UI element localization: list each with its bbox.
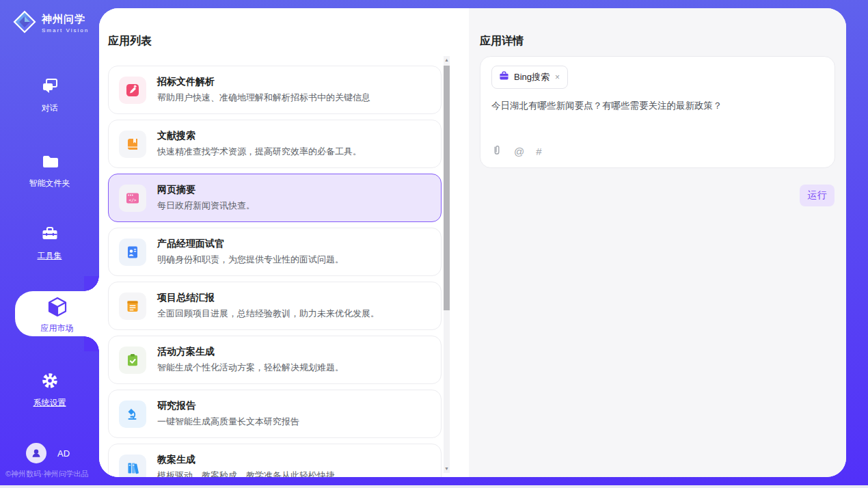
app-card-name: 招标文件解析	[157, 76, 370, 88]
app-card-research-report[interactable]: 研究报告 一键智能生成高质量长文本研究报告	[108, 390, 442, 438]
app-card-project-summary[interactable]: 项目总结汇报 全面回顾项目进展，总结经验教训，助力未来优化发展。	[108, 282, 442, 330]
app-card-desc: 帮助用户快速、准确地理解和解析招标书中的关键信息	[157, 92, 370, 104]
app-list-title: 应用列表	[108, 34, 152, 49]
scroll-down-icon[interactable]: ▼	[444, 465, 450, 473]
sidebar-item-smart-folder[interactable]: 智能文件夹	[0, 152, 99, 189]
app-detail-title: 应用详情	[480, 34, 524, 49]
app-card-desc: 一键智能生成高质量长文本研究报告	[157, 416, 299, 428]
main-content: 应用列表 招标文件解析 帮助用户快速、准确地理解和解析招标书中的关键信息	[99, 8, 846, 477]
app-card-desc: 智能生成个性化活动方案，轻松解决规划难题。	[157, 362, 344, 374]
app-card-tender-doc[interactable]: 招标文件解析 帮助用户快速、准确地理解和解析招标书中的关键信息	[108, 66, 442, 114]
app-card-name: 研究报告	[157, 400, 299, 412]
tender-doc-icon	[119, 77, 146, 104]
scrollbar-thumb[interactable]	[444, 66, 450, 310]
sidebar-item-label: 工具集	[0, 250, 99, 262]
app-card-desc: 每日政府新闻资讯快查。	[157, 200, 255, 212]
app-list-panel: 应用列表 招标文件解析 帮助用户快速、准确地理解和解析招标书中的关键信息	[99, 8, 469, 477]
app-card-desc: 全面回顾项目进展，总结经验教训，助力未来优化发展。	[157, 308, 379, 320]
sidebar-item-app-market[interactable]: 应用市场	[15, 291, 99, 336]
sidebar-item-chat[interactable]: 对话	[0, 77, 99, 114]
app-card-pm-interviewer[interactable]: 产品经理面试官 明确身份和职责，为您提供专业性的面试问题。	[108, 228, 442, 276]
briefcase-icon	[499, 71, 509, 83]
sidebar-item-settings[interactable]: 系统设置	[0, 371, 99, 409]
hash-icon[interactable]: #	[536, 146, 541, 157]
activity-plan-icon	[119, 347, 146, 374]
avatar	[26, 443, 46, 463]
logo-diamond-icon	[12, 10, 37, 37]
app-card-name: 产品经理面试官	[157, 238, 344, 250]
sidebar-item-label: 系统设置	[0, 397, 99, 409]
list-scrollbar[interactable]: ▲ ▼	[444, 56, 450, 473]
pm-interviewer-icon	[119, 239, 146, 266]
app-card-desc: 快速精准查找学术资源，提高研究效率的必备工具。	[157, 146, 362, 158]
app-name: 神州问学	[42, 13, 89, 26]
lesson-plan-icon	[119, 455, 146, 478]
cube-icon	[46, 309, 69, 321]
notch-curve-top	[84, 276, 99, 291]
paperclip-icon[interactable]	[491, 144, 502, 159]
notch-curve-bottom	[84, 336, 99, 351]
app-detail-panel: 应用详情 Bing搜索 × 今日湖北有哪些新闻要点？有哪些需要关注的最新政策？	[469, 8, 846, 477]
app-card-webpage-summary[interactable]: </> 网页摘要 每日政府新闻资讯快查。	[108, 174, 442, 222]
sidebar: 神州问学 Smart Vision 对话 智能文件夹	[0, 0, 99, 485]
toolbox-icon	[40, 234, 59, 245]
tool-tag-label: Bing搜索	[514, 71, 550, 83]
app-card-name: 网页摘要	[157, 184, 255, 196]
user-name: AD	[57, 448, 70, 459]
webpage-summary-icon: </>	[119, 185, 146, 212]
tool-tag-bing-search[interactable]: Bing搜索 ×	[491, 66, 568, 89]
query-text[interactable]: 今日湖北有哪些新闻要点？有哪些需要关注的最新政策？	[491, 99, 819, 112]
svg-text:</>: </>	[128, 197, 136, 202]
project-summary-icon	[119, 293, 146, 320]
sidebar-item-label: 智能文件夹	[0, 178, 99, 189]
app-card-name: 活动方案生成	[157, 346, 344, 358]
app-card-name: 项目总结汇报	[157, 292, 379, 304]
literature-search-icon	[119, 131, 146, 158]
prompt-input-card[interactable]: Bing搜索 × 今日湖北有哪些新闻要点？有哪些需要关注的最新政策？ @ #	[480, 56, 835, 168]
app-card-literature-search[interactable]: 文献搜索 快速精准查找学术资源，提高研究效率的必备工具。	[108, 120, 442, 168]
app-card-lesson-plan[interactable]: 教案生成 模板驱动，教案秒成，教学准备从此轻松快捷	[108, 444, 442, 477]
folder-icon	[40, 161, 59, 173]
app-card-activity-plan[interactable]: 活动方案生成 智能生成个性化活动方案，轻松解决规划难题。	[108, 336, 442, 384]
input-toolbar: @ #	[491, 144, 542, 159]
sidebar-item-toolset[interactable]: 工具集	[0, 224, 99, 262]
app-list: 招标文件解析 帮助用户快速、准确地理解和解析招标书中的关键信息 文献搜索	[108, 66, 442, 477]
chat-icon	[40, 86, 59, 98]
run-button[interactable]: 运行	[800, 185, 835, 206]
sidebar-item-label: 对话	[0, 103, 99, 114]
mention-icon[interactable]: @	[514, 146, 524, 157]
close-icon[interactable]: ×	[554, 72, 560, 82]
scroll-up-icon[interactable]: ▲	[444, 56, 450, 64]
sidebar-item-label: 应用市场	[15, 323, 99, 334]
app-card-desc: 明确身份和职责，为您提供专业性的面试问题。	[157, 254, 344, 266]
app-card-name: 教案生成	[157, 454, 335, 466]
research-report-icon	[119, 401, 146, 428]
user-account[interactable]: AD	[26, 443, 70, 463]
copyright-text: ©神州数码·神州问学出品	[5, 469, 89, 479]
app-subtitle: Smart Vision	[42, 27, 89, 33]
app-card-desc: 模板驱动，教案秒成，教学准备从此轻松快捷	[157, 470, 335, 477]
app-logo: 神州问学 Smart Vision	[12, 10, 89, 37]
app-card-name: 文献搜索	[157, 130, 362, 142]
app-window: 神州问学 Smart Vision 对话 智能文件夹	[0, 0, 868, 485]
gear-icon	[40, 381, 59, 392]
